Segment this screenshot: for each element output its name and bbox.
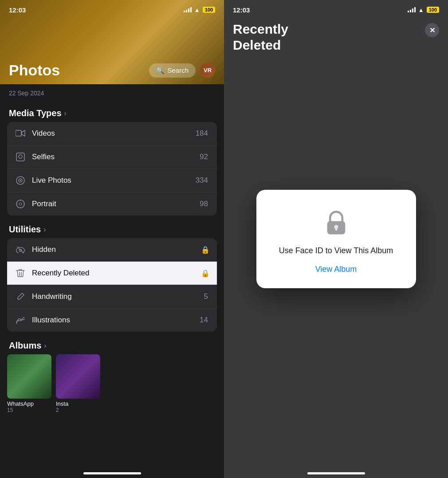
date-text: 22 Sep 2024: [9, 90, 44, 97]
item-count: 14: [200, 316, 208, 325]
svg-rect-14: [335, 227, 338, 230]
list-item[interactable]: Live Photos 334: [7, 169, 217, 192]
view-album-label: View Album: [315, 265, 357, 274]
item-count: 98: [200, 200, 208, 208]
svg-point-7: [19, 203, 22, 205]
list-item[interactable]: Videos 184: [7, 122, 217, 145]
avatar-button[interactable]: VR: [200, 63, 215, 78]
svg-point-6: [16, 200, 24, 208]
wifi-icon: ▲: [194, 7, 200, 13]
album-thumbnail: [56, 354, 100, 399]
utilities-list: Hidden 🔒 Recently Deleted 🔒: [7, 238, 217, 332]
recently-deleted-item[interactable]: Recently Deleted 🔒: [7, 262, 217, 285]
album-info: WhatsApp 15: [7, 400, 51, 413]
right-panel: 12:03 ▲ 100 Recently Deleted ✕: [224, 0, 448, 478]
face-id-text: Use Face ID to View This Album: [279, 246, 393, 256]
media-types-chevron: ›: [64, 110, 67, 118]
item-label: Live Photos: [32, 176, 196, 185]
media-types-list: Videos 184 Selfies 92: [7, 122, 217, 215]
item-count: 334: [196, 176, 208, 185]
header-photo-bg: 12:03 ▲ 100 Photos 🔍 Search: [0, 0, 224, 84]
svg-rect-0: [16, 130, 21, 136]
lock-icon: 🔒: [201, 246, 210, 254]
search-label: Search: [167, 67, 189, 74]
lock-icon: 🔒: [201, 269, 210, 278]
item-label: Selfies: [32, 153, 200, 161]
media-types-title: Media Types: [9, 108, 62, 118]
album-item[interactable]: WhatsApp 15: [7, 354, 51, 413]
albums-chevron: ›: [44, 342, 46, 350]
utilities-chevron: ›: [43, 226, 46, 234]
illustration-icon: [14, 314, 27, 326]
left-panel: 12:03 ▲ 100 Photos 🔍 Search: [0, 0, 224, 478]
left-status-bar: 12:03 ▲ 100: [0, 0, 224, 20]
albums-title: Albums: [9, 341, 41, 351]
utilities-header[interactable]: Utilities ›: [0, 215, 224, 238]
live-photo-icon: [14, 174, 27, 187]
album-item[interactable]: Insta 2: [56, 354, 100, 413]
albums-header[interactable]: Albums ›: [0, 332, 224, 354]
album-name: Insta: [56, 400, 100, 407]
portrait-icon: [14, 198, 27, 210]
eye-slash-icon: [14, 243, 27, 256]
item-count: 5: [204, 292, 208, 301]
album-count: 2: [56, 407, 100, 413]
albums-grid: WhatsApp 15 Insta 2: [0, 354, 224, 413]
search-icon: 🔍: [156, 67, 165, 74]
header-title-row: Photos 🔍 Search VR: [0, 62, 224, 79]
search-button[interactable]: 🔍 Search: [149, 63, 196, 78]
trash-icon: [14, 267, 27, 279]
item-count: 92: [200, 153, 208, 161]
album-thumbnail: [7, 354, 51, 399]
album-count: 15: [7, 407, 51, 413]
list-item[interactable]: Hidden 🔒: [7, 238, 217, 262]
svg-point-5: [20, 180, 21, 181]
item-label: Hidden: [32, 245, 201, 254]
left-home-indicator: [83, 472, 141, 474]
item-label: Illustrations: [32, 316, 200, 325]
photos-title: Photos: [9, 62, 60, 79]
item-label: Videos: [32, 129, 196, 138]
media-types-header[interactable]: Media Types ›: [0, 99, 224, 122]
battery-icon: 100: [203, 7, 215, 13]
left-scroll-content: 22 Sep 2024 Media Types › Videos 184: [0, 84, 224, 478]
video-icon: [14, 127, 27, 140]
svg-rect-1: [16, 153, 24, 161]
item-label: Handwriting: [32, 292, 204, 301]
item-label: Portrait: [32, 200, 200, 208]
list-item[interactable]: Illustrations 14: [7, 309, 217, 332]
list-item[interactable]: Selfies 92: [7, 145, 217, 169]
left-status-icons: ▲ 100: [184, 7, 215, 13]
signal-icon: [184, 7, 192, 12]
lock-icon-container: [321, 208, 352, 239]
date-row: 22 Sep 2024: [0, 84, 224, 99]
face-id-modal: Use Face ID to View This Album View Albu…: [256, 190, 416, 288]
face-id-overlay: Use Face ID to View This Album View Albu…: [224, 0, 448, 478]
pencil-icon: [14, 290, 27, 303]
album-name: WhatsApp: [7, 400, 51, 407]
list-item[interactable]: Portrait 98: [7, 192, 217, 215]
item-label: Recently Deleted: [32, 269, 201, 278]
list-item[interactable]: Handwriting 5: [7, 285, 217, 309]
header-actions: 🔍 Search VR: [149, 63, 215, 78]
left-time: 12:03: [9, 6, 26, 14]
utilities-title: Utilities: [9, 224, 41, 235]
item-count: 184: [196, 129, 208, 138]
lock-icon: [324, 210, 348, 236]
view-album-button[interactable]: View Album: [315, 263, 357, 276]
album-info: Insta 2: [56, 400, 100, 413]
selfie-icon: [14, 151, 27, 163]
svg-point-2: [19, 155, 22, 158]
avatar-label: VR: [204, 67, 212, 74]
